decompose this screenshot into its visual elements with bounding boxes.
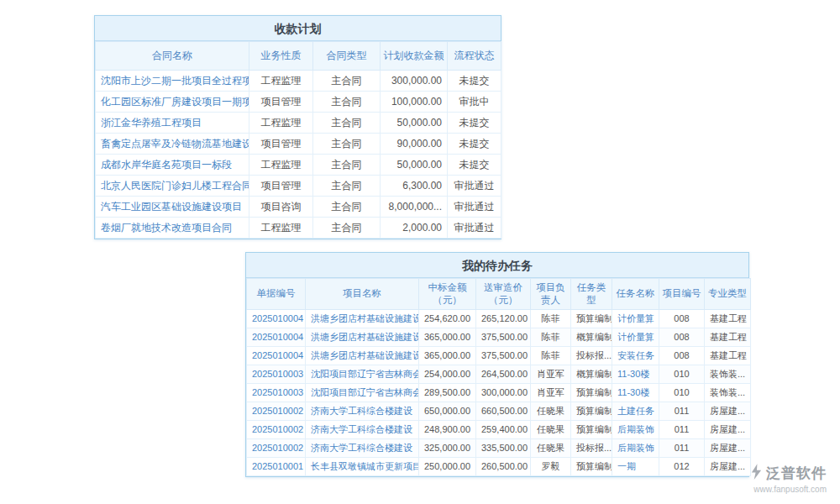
major-type-cell: 基建工程 xyxy=(705,309,751,328)
doc-no-link[interactable]: 2025010002 xyxy=(252,424,303,434)
col-doc-no: 单据编号 xyxy=(247,279,306,310)
doc-no-link[interactable]: 2025010003 xyxy=(252,387,303,397)
contract-name-link[interactable]: 汽车工业园区基础设施建设项目 xyxy=(101,201,242,213)
business-nature-cell: 项目管理 xyxy=(249,92,313,113)
major-type-cell: 房屋建... xyxy=(705,457,751,475)
doc-no-link[interactable]: 2025010002 xyxy=(252,406,303,416)
amount-cell: 2,000.00 xyxy=(381,218,448,239)
task-name-link[interactable]: 11-30楼 xyxy=(617,369,649,379)
leader-cell: 肖亚军 xyxy=(531,383,571,402)
table-row: 浙江金华养殖工程项目 工程监理 主合同 50,000.00 未提交 xyxy=(96,113,501,134)
task-name-cell: 安装任务 xyxy=(612,346,659,365)
contract-type-cell: 主合同 xyxy=(313,134,381,155)
amount-cell: 50,000.00 xyxy=(381,155,448,176)
project-name-cell: 洪塘乡团店村基础设施建设工程 xyxy=(306,346,419,365)
table-row: 2025010002 济南大学工科综合楼建设 650,000.00 660,50… xyxy=(247,402,751,420)
project-name-cell: 沈阳项目部辽宁省吉林商会总部... xyxy=(306,365,419,383)
col-flow-status: 流程状态 xyxy=(448,42,501,71)
col-task-name: 任务名称 xyxy=(612,279,659,310)
project-no-cell: 008 xyxy=(659,346,705,365)
major-type-cell: 房屋建... xyxy=(705,402,751,420)
status-badge: 未提交 xyxy=(448,155,501,176)
review-cost-cell: 375,500.00 xyxy=(476,346,531,365)
contract-type-cell: 主合同 xyxy=(313,197,381,218)
task-name-cell: 计价量算 xyxy=(612,309,659,328)
project-name-link[interactable]: 沈阳项目部辽宁省吉林商会总部... xyxy=(311,369,419,379)
project-name-link[interactable]: 济南大学工科综合楼建设 xyxy=(311,424,412,434)
table-row: 2025010004 洪塘乡团店村基础设施建设工程 365,000.00 375… xyxy=(247,346,751,365)
table-row: 2025010003 沈阳项目部辽宁省吉林商会总部... 289,500.00 … xyxy=(247,383,751,402)
contract-name-link[interactable]: 化工园区标准厂房建设项目一期项目 xyxy=(101,96,249,108)
task-type-cell: 投标报... xyxy=(571,346,612,365)
bid-amount-cell: 365,000.00 xyxy=(419,328,476,346)
doc-no-link[interactable]: 2025010004 xyxy=(252,350,303,360)
doc-no-cell: 2025010004 xyxy=(247,328,306,346)
contract-name-link[interactable]: 北京人民医院门诊妇儿楼工程合同 xyxy=(101,180,249,192)
table-row: 化工园区标准厂房建设项目一期项目 项目管理 主合同 100,000.00 审批中 xyxy=(96,92,501,113)
payment-plan-body: 沈阳市上沙二期一批项目全过程项目管... 工程监理 主合同 300,000.00… xyxy=(96,71,501,239)
status-badge: 未提交 xyxy=(448,113,501,134)
project-name-link[interactable]: 沈阳项目部辽宁省吉林商会总部... xyxy=(311,387,419,397)
contract-name-cell: 化工园区标准厂房建设项目一期项目 xyxy=(96,92,249,113)
business-nature-cell: 项目咨询 xyxy=(249,197,313,218)
review-cost-cell: 660,500.00 xyxy=(476,402,531,420)
task-name-link[interactable]: 11-30楼 xyxy=(617,387,649,397)
task-name-link[interactable]: 一期 xyxy=(617,461,636,471)
project-name-cell: 济南大学工科综合楼建设 xyxy=(306,420,419,438)
project-no-cell: 012 xyxy=(659,457,705,475)
leader-cell: 陈菲 xyxy=(531,328,571,346)
task-type-cell: 预算编制 xyxy=(571,402,612,420)
col-contract-name: 合同名称 xyxy=(96,42,249,71)
project-name-cell: 洪塘乡团店村基础设施建设工程 xyxy=(306,328,419,346)
task-type-cell: 概算编制 xyxy=(571,328,612,346)
project-name-link[interactable]: 洪塘乡团店村基础设施建设工程 xyxy=(311,350,419,360)
bid-amount-cell: 365,000.00 xyxy=(419,346,476,365)
project-name-link[interactable]: 洪塘乡团店村基础设施建设工程 xyxy=(311,313,419,323)
leader-cell: 陈菲 xyxy=(531,309,571,328)
project-name-link[interactable]: 洪塘乡团店村基础设施建设工程 xyxy=(311,332,419,342)
bid-amount-cell: 254,620.00 xyxy=(419,309,476,328)
todo-tasks-title: 我的待办任务 xyxy=(246,253,748,278)
major-type-cell: 装饰装... xyxy=(705,383,751,402)
contract-name-cell: 浙江金华养殖工程项目 xyxy=(96,113,249,134)
project-name-link[interactable]: 济南大学工科综合楼建设 xyxy=(311,406,412,416)
contract-name-link[interactable]: 成都水岸华庭名苑项目一标段 xyxy=(101,159,232,171)
task-name-link[interactable]: 安装任务 xyxy=(617,350,654,360)
task-type-cell: 投标报... xyxy=(571,438,612,457)
amount-cell: 50,000.00 xyxy=(381,113,448,134)
task-name-link[interactable]: 后期装饰 xyxy=(617,443,654,453)
contract-name-cell: 卷烟厂就地技术改造项目合同 xyxy=(96,218,249,239)
project-name-link[interactable]: 长丰县双墩镇城市更新项目紫桐... xyxy=(311,461,419,471)
bid-amount-cell: 325,000.00 xyxy=(419,438,476,457)
table-row: 北京人民医院门诊妇儿楼工程合同 项目管理 主合同 6,300.00 审批通过 xyxy=(96,176,501,197)
table-row: 2025010002 济南大学工科综合楼建设 325,000.00 335,50… xyxy=(247,438,751,457)
business-nature-cell: 工程监理 xyxy=(249,155,313,176)
contract-name-link[interactable]: 沈阳市上沙二期一批项目全过程项目管... xyxy=(101,75,249,87)
doc-no-link[interactable]: 2025010001 xyxy=(252,461,303,471)
doc-no-link[interactable]: 2025010004 xyxy=(252,332,303,342)
contract-name-link[interactable]: 浙江金华养殖工程项目 xyxy=(101,117,202,129)
task-name-cell: 后期装饰 xyxy=(612,420,659,438)
contract-type-cell: 主合同 xyxy=(313,176,381,197)
task-name-link[interactable]: 土建任务 xyxy=(617,406,654,416)
task-name-link[interactable]: 计价量算 xyxy=(617,332,654,342)
business-nature-cell: 项目管理 xyxy=(249,176,313,197)
task-name-link[interactable]: 计价量算 xyxy=(617,313,654,323)
doc-no-cell: 2025010001 xyxy=(247,457,306,475)
doc-no-link[interactable]: 2025010002 xyxy=(252,443,303,453)
task-name-link[interactable]: 后期装饰 xyxy=(617,424,654,434)
review-cost-cell: 300,000.00 xyxy=(476,383,531,402)
project-name-link[interactable]: 济南大学工科综合楼建设 xyxy=(311,443,412,453)
doc-no-cell: 2025010003 xyxy=(247,383,306,402)
todo-tasks-body: 2025010004 洪塘乡团店村基础设施建设工程 254,620.00 265… xyxy=(247,309,751,475)
contract-name-link[interactable]: 卷烟厂就地技术改造项目合同 xyxy=(101,222,232,234)
table-row: 卷烟厂就地技术改造项目合同 工程监理 主合同 2,000.00 审批通过 xyxy=(96,218,501,239)
doc-no-link[interactable]: 2025010003 xyxy=(252,369,303,379)
amount-cell: 90,000.00 xyxy=(381,134,448,155)
todo-tasks-table: 单据编号 项目名称 中标金额（元） 送审造价（元） 项目负责人 任务类型 任务名… xyxy=(246,278,751,476)
status-badge: 未提交 xyxy=(448,134,501,155)
task-name-cell: 11-30楼 xyxy=(612,365,659,383)
contract-name-link[interactable]: 畜禽定点屠宰及冷链物流基地建设项目 xyxy=(101,138,249,150)
doc-no-link[interactable]: 2025010004 xyxy=(252,313,303,323)
status-badge: 审批通过 xyxy=(448,218,501,239)
